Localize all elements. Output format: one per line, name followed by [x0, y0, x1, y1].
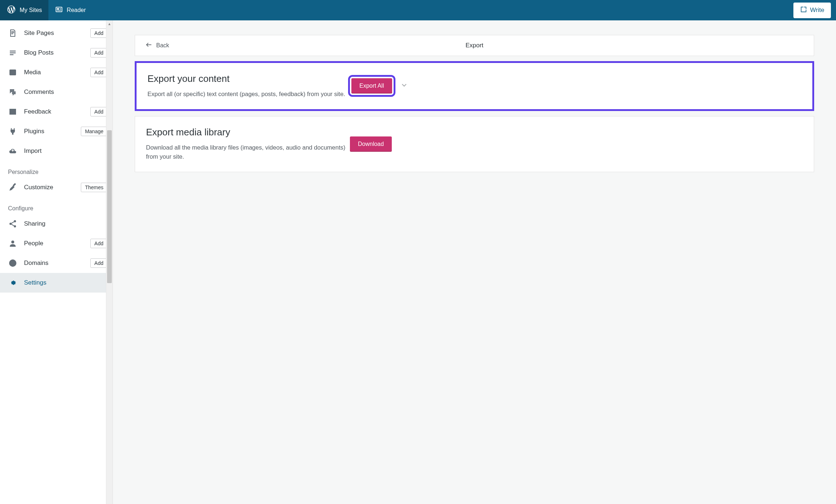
sidebar-item-settings[interactable]: Settings: [0, 273, 113, 293]
page-title: Export: [465, 42, 483, 49]
add-button[interactable]: Add: [90, 28, 107, 38]
chevron-down-icon[interactable]: [400, 81, 408, 91]
page-header: Back Export: [135, 35, 814, 56]
plugins-icon: [8, 127, 17, 136]
sidebar-item-label: Feedback: [24, 108, 90, 115]
add-button[interactable]: Add: [90, 239, 107, 248]
customize-icon: [8, 183, 17, 192]
sidebar-item-label: Site Pages: [24, 29, 90, 37]
topbar-right: Write: [793, 3, 836, 18]
card-desc: Export all (or specific) text content (p…: [147, 90, 351, 99]
scroll-up-icon[interactable]: ▲: [106, 20, 113, 27]
sidebar-item-label: Plugins: [24, 128, 81, 135]
sidebar-item-people[interactable]: People Add: [0, 234, 113, 253]
svg-line-18: [12, 222, 14, 223]
sidebar-item-comments[interactable]: Comments: [0, 82, 113, 102]
posts-icon: [8, 48, 17, 57]
sidebar-item-customize[interactable]: Customize Themes: [0, 178, 113, 197]
export-media-card: Export media library Download all the me…: [135, 116, 814, 172]
my-sites-label: My Sites: [20, 7, 42, 13]
scroll-thumb[interactable]: [107, 130, 112, 283]
scrollbar[interactable]: ▲: [106, 20, 113, 504]
sidebar-item-plugins[interactable]: Plugins Manage: [0, 122, 113, 141]
themes-button[interactable]: Themes: [81, 183, 107, 192]
sidebar-item-label: People: [24, 240, 90, 247]
comments-icon: [8, 87, 17, 97]
sidebar-item-site-pages[interactable]: Site Pages Add: [0, 23, 113, 43]
arrow-left-icon: [145, 41, 153, 50]
sidebar-item-label: Domains: [24, 259, 90, 267]
sidebar-item-label: Settings: [24, 279, 107, 286]
svg-line-19: [12, 224, 14, 226]
card-actions: Export All: [351, 78, 408, 94]
svg-rect-5: [10, 51, 16, 52]
sidebar-item-import[interactable]: Import: [0, 141, 113, 161]
domains-icon: [8, 258, 17, 268]
card-text: Export media library Download all the me…: [146, 127, 350, 162]
sidebar-item-label: Sharing: [24, 220, 107, 227]
sidebar-section-configure: Configure: [0, 197, 113, 214]
download-button[interactable]: Download: [350, 136, 392, 152]
sidebar-item-label: Customize: [24, 184, 81, 191]
sidebar-item-media[interactable]: Media Add: [0, 63, 113, 82]
sidebar-item-label: Blog Posts: [24, 49, 90, 56]
sidebar-item-feedback[interactable]: Feedback Add: [0, 102, 113, 122]
card-title: Export media library: [146, 127, 350, 138]
sidebar-item-sharing[interactable]: Sharing: [0, 214, 113, 234]
reader-label: Reader: [67, 7, 86, 13]
my-sites-link[interactable]: My Sites: [0, 0, 48, 20]
add-button[interactable]: Add: [90, 48, 107, 57]
card-text: Export your content Export all (or speci…: [147, 73, 351, 99]
sidebar-section-personalize: Personalize: [0, 161, 113, 178]
export-all-button[interactable]: Export All: [351, 78, 392, 94]
svg-rect-1: [57, 8, 59, 10]
card-desc: Download all the media library files (im…: [146, 143, 350, 162]
main-content: Back Export Export your content Export a…: [113, 20, 836, 504]
topbar-left: My Sites Reader: [0, 0, 92, 20]
feedback-icon: [8, 107, 17, 116]
back-label: Back: [156, 42, 169, 49]
add-button[interactable]: Add: [90, 68, 107, 77]
add-button[interactable]: Add: [90, 258, 107, 268]
media-icon: [8, 68, 17, 77]
sharing-icon: [8, 219, 17, 229]
topbar: My Sites Reader Write: [0, 0, 836, 20]
page-icon: [8, 28, 17, 38]
card-title: Export your content: [147, 73, 351, 84]
reader-link[interactable]: Reader: [48, 0, 92, 20]
svg-rect-6: [10, 52, 16, 53]
import-icon: [8, 146, 17, 156]
sidebar-item-label: Comments: [24, 88, 107, 96]
sidebar-item-label: Import: [24, 147, 107, 155]
write-label: Write: [810, 7, 824, 14]
add-button[interactable]: Add: [90, 107, 107, 116]
sidebar: Site Pages Add Blog Posts Add Media Add …: [0, 20, 113, 504]
people-icon: [8, 239, 17, 248]
svg-point-20: [11, 241, 14, 243]
sidebar-item-domains[interactable]: Domains Add: [0, 253, 113, 273]
back-button[interactable]: Back: [135, 35, 180, 56]
svg-rect-11: [11, 110, 12, 112]
sidebar-list: Site Pages Add Blog Posts Add Media Add …: [0, 20, 113, 293]
manage-button[interactable]: Manage: [81, 127, 107, 136]
card-actions: Download: [350, 136, 392, 152]
layout: Site Pages Add Blog Posts Add Media Add …: [0, 20, 836, 504]
write-button[interactable]: Write: [793, 3, 831, 18]
settings-icon: [8, 278, 17, 287]
wordpress-icon: [7, 5, 16, 16]
reader-icon: [55, 5, 63, 15]
write-icon: [800, 6, 807, 15]
sidebar-item-blog-posts[interactable]: Blog Posts Add: [0, 43, 113, 63]
export-content-card: Export your content Export all (or speci…: [135, 61, 814, 111]
svg-rect-7: [10, 54, 13, 55]
sidebar-item-label: Media: [24, 69, 90, 76]
